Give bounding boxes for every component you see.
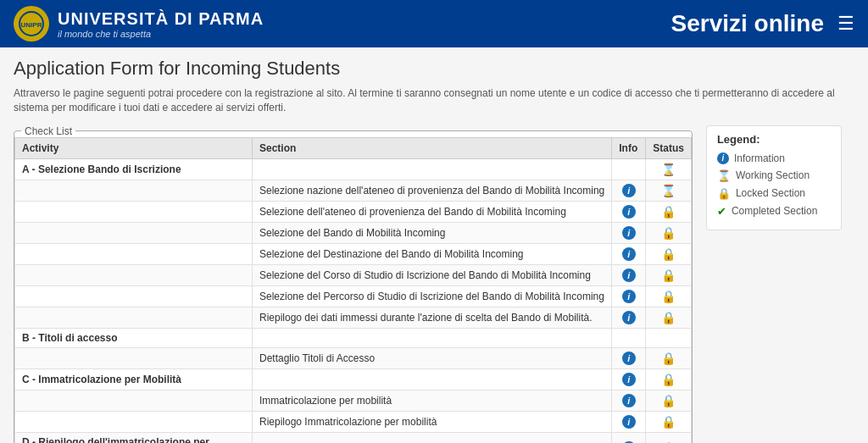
cell-activity <box>15 264 253 285</box>
cell-status: 🔒 <box>646 285 692 307</box>
info-icon[interactable]: i <box>622 226 636 240</box>
cell-section: Selezione del Destinazione del Bando di … <box>253 243 612 264</box>
cell-activity: C - Immatricolazione per Mobilità <box>15 368 253 390</box>
university-name-block: UNIVERSITÀ DI PARMA il mondo che ti aspe… <box>58 9 264 39</box>
table-row: Selezione del Bando di Mobilità Incoming… <box>15 222 692 243</box>
main-layout: Check List Activity Section Info Status … <box>14 125 854 443</box>
cell-activity <box>15 390 253 411</box>
cell-activity <box>15 285 253 307</box>
cell-status: 🔒 <box>646 264 692 285</box>
lock-icon: 🔒 <box>661 311 676 324</box>
info-icon[interactable]: i <box>622 269 636 282</box>
page-content: Application Form for Incoming Students A… <box>0 47 868 443</box>
legend-item: 🔒Locked Section <box>717 187 831 200</box>
menu-button[interactable]: ☰ <box>837 13 854 35</box>
table-row: Selezione nazione dell'ateneo di proveni… <box>15 180 692 201</box>
info-icon[interactable]: i <box>622 205 636 219</box>
cell-section: Dettaglio Titoli di Accesso <box>253 347 612 368</box>
table-row: Riepilogo Immatricolazione per mobilitài… <box>15 411 692 432</box>
cell-info: i <box>612 368 646 390</box>
checklist-legend: Check List <box>21 125 75 137</box>
cell-status: 🔒 <box>646 243 692 264</box>
hourglass-icon: ⌛ <box>661 184 676 197</box>
logo-emblem: UNIPR <box>14 6 49 42</box>
cell-status: 🔒 <box>646 432 692 443</box>
legend-item-label: Working Section <box>736 169 810 181</box>
checklist-box: Check List Activity Section Info Status … <box>14 125 693 443</box>
lock-icon: 🔒 <box>661 415 676 429</box>
svg-text:UNIPR: UNIPR <box>21 21 42 29</box>
cell-status: 🔒 <box>646 411 692 432</box>
lock-icon: 🔒 <box>661 205 676 219</box>
cell-activity: A - Selezione Bando di Iscrizione <box>15 158 253 180</box>
table-row: Immatricolazione per mobilitài🔒 <box>15 390 692 411</box>
cell-info: i <box>612 411 646 432</box>
cell-status: ⌛ <box>646 180 692 201</box>
cell-activity <box>15 222 253 243</box>
table-row: Riepilogo dei dati immessi durante l'azi… <box>15 307 692 328</box>
cell-section <box>253 328 612 347</box>
legend-box: Legend: iInformation⌛Working Section🔒Loc… <box>706 125 842 230</box>
lock-icon: 🔒 <box>661 247 676 261</box>
info-icon[interactable]: i <box>622 373 636 386</box>
cell-section: Riepilogo dei dati immessi durante l'azi… <box>253 307 612 328</box>
cell-section <box>253 158 612 180</box>
table-row: Selezione dell'ateneo di provenienza del… <box>15 201 692 222</box>
lock-icon: 🔒 <box>661 269 676 282</box>
table-row: D - Riepilogo dell'immatricolazione per … <box>15 432 692 443</box>
legend-item-label: Locked Section <box>736 187 805 199</box>
table-row: Dettaglio Titoli di Accessoi🔒 <box>15 347 692 368</box>
legend-lock-icon: 🔒 <box>717 187 731 200</box>
hourglass-icon: ⌛ <box>661 163 676 176</box>
table-row: C - Immatricolazione per Mobilitài🔒 <box>15 368 692 390</box>
checklist-table: Activity Section Info Status A - Selezio… <box>14 137 692 443</box>
cell-section: Immatricolazione per mobilità <box>253 390 612 411</box>
cell-status: ⌛ <box>646 158 692 180</box>
col-header-section: Section <box>253 137 612 158</box>
legend-working-icon: ⌛ <box>717 169 731 182</box>
cell-section: Selezione dell'ateneo di provenienza del… <box>253 201 612 222</box>
cell-status <box>646 328 692 347</box>
page-description: Attraverso le pagine seguenti potrai pro… <box>14 86 854 115</box>
legend-item: iInformation <box>717 152 831 164</box>
col-header-activity: Activity <box>15 137 253 158</box>
cell-info: i <box>612 201 646 222</box>
cell-activity: B - Titoli di accesso <box>15 328 253 347</box>
legend-title: Legend: <box>717 133 831 146</box>
legend-item-label: Information <box>734 152 785 164</box>
page-title: Application Form for Incoming Students <box>14 58 854 80</box>
university-subtitle: il mondo che ti aspetta <box>58 29 264 39</box>
cell-status: 🔒 <box>646 222 692 243</box>
cell-activity <box>15 243 253 264</box>
university-name: UNIVERSITÀ DI PARMA <box>58 9 264 29</box>
info-icon[interactable]: i <box>622 352 636 365</box>
cell-info: i <box>612 307 646 328</box>
info-icon[interactable]: i <box>622 184 636 197</box>
cell-info: i <box>612 432 646 443</box>
info-icon[interactable]: i <box>622 415 636 429</box>
header: UNIPR UNIVERSITÀ DI PARMA il mondo che t… <box>0 0 868 47</box>
cell-info <box>612 158 646 180</box>
cell-status: 🔒 <box>646 307 692 328</box>
cell-section: Riepilogo Immatricolazione per mobilità <box>253 411 612 432</box>
university-logo: UNIPR UNIVERSITÀ DI PARMA il mondo che t… <box>14 6 264 42</box>
table-row: Selezione del Corso di Studio di Iscrizi… <box>15 264 692 285</box>
cell-section: Selezione nazione dell'ateneo di proveni… <box>253 180 612 201</box>
cell-activity <box>15 201 253 222</box>
cell-status: 🔒 <box>646 368 692 390</box>
cell-activity <box>15 180 253 201</box>
table-row: Selezione del Percorso di Studio di Iscr… <box>15 285 692 307</box>
cell-activity <box>15 307 253 328</box>
info-icon[interactable]: i <box>622 311 636 324</box>
info-icon[interactable]: i <box>622 290 636 303</box>
cell-info: i <box>612 390 646 411</box>
cell-section: Selezione del Bando di Mobilità Incoming <box>253 222 612 243</box>
info-icon[interactable]: i <box>622 394 636 407</box>
legend-info-icon: i <box>717 152 729 164</box>
table-header-row: Activity Section Info Status <box>15 137 692 158</box>
col-header-info: Info <box>612 137 646 158</box>
info-icon[interactable]: i <box>622 247 636 261</box>
cell-activity <box>15 411 253 432</box>
lock-icon: 🔒 <box>661 290 676 303</box>
lock-icon: 🔒 <box>661 394 676 407</box>
